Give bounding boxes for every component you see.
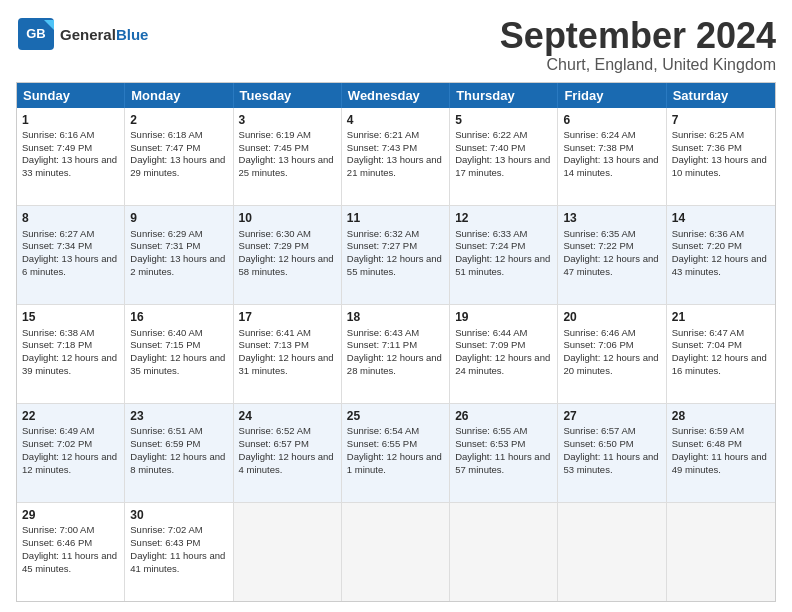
daylight-text: Daylight: 13 hours and 21 minutes. xyxy=(347,154,442,178)
calendar-body: 1Sunrise: 6:16 AMSunset: 7:49 PMDaylight… xyxy=(17,108,775,601)
sunset-text: Sunset: 7:06 PM xyxy=(563,339,633,350)
daylight-text: Daylight: 12 hours and 4 minutes. xyxy=(239,451,334,475)
day-number: 20 xyxy=(563,309,660,325)
daylight-text: Daylight: 12 hours and 55 minutes. xyxy=(347,253,442,277)
sunrise-text: Sunrise: 6:54 AM xyxy=(347,425,419,436)
sunrise-text: Sunrise: 6:59 AM xyxy=(672,425,744,436)
calendar: SundayMondayTuesdayWednesdayThursdayFrid… xyxy=(16,82,776,602)
sunset-text: Sunset: 7:24 PM xyxy=(455,240,525,251)
sunrise-text: Sunrise: 6:19 AM xyxy=(239,129,311,140)
sunset-text: Sunset: 7:36 PM xyxy=(672,142,742,153)
sunset-text: Sunset: 7:09 PM xyxy=(455,339,525,350)
day-number: 29 xyxy=(22,507,119,523)
sunrise-text: Sunrise: 6:40 AM xyxy=(130,327,202,338)
calendar-cell xyxy=(667,503,775,601)
day-number: 4 xyxy=(347,112,444,128)
calendar-row: 8Sunrise: 6:27 AMSunset: 7:34 PMDaylight… xyxy=(17,206,775,305)
day-number: 6 xyxy=(563,112,660,128)
sunset-text: Sunset: 6:59 PM xyxy=(130,438,200,449)
day-number: 2 xyxy=(130,112,227,128)
calendar-day-header: Monday xyxy=(125,83,233,108)
sunrise-text: Sunrise: 6:33 AM xyxy=(455,228,527,239)
daylight-text: Daylight: 12 hours and 31 minutes. xyxy=(239,352,334,376)
sunset-text: Sunset: 7:49 PM xyxy=(22,142,92,153)
sunset-text: Sunset: 7:43 PM xyxy=(347,142,417,153)
sunrise-text: Sunrise: 6:36 AM xyxy=(672,228,744,239)
calendar-day-header: Saturday xyxy=(667,83,775,108)
sunset-text: Sunset: 7:34 PM xyxy=(22,240,92,251)
page: GB GeneralBlue September 2024 Churt, Eng… xyxy=(0,0,792,612)
day-number: 19 xyxy=(455,309,552,325)
sunset-text: Sunset: 7:13 PM xyxy=(239,339,309,350)
sunrise-text: Sunrise: 6:16 AM xyxy=(22,129,94,140)
sunrise-text: Sunrise: 6:46 AM xyxy=(563,327,635,338)
sunrise-text: Sunrise: 6:52 AM xyxy=(239,425,311,436)
sunset-text: Sunset: 7:22 PM xyxy=(563,240,633,251)
day-number: 9 xyxy=(130,210,227,226)
sunrise-text: Sunrise: 6:29 AM xyxy=(130,228,202,239)
calendar-day-header: Wednesday xyxy=(342,83,450,108)
sunset-text: Sunset: 7:11 PM xyxy=(347,339,417,350)
calendar-cell: 30Sunrise: 7:02 AMSunset: 6:43 PMDayligh… xyxy=(125,503,233,601)
header: GB GeneralBlue September 2024 Churt, Eng… xyxy=(16,16,776,74)
day-number: 7 xyxy=(672,112,770,128)
daylight-text: Daylight: 11 hours and 57 minutes. xyxy=(455,451,550,475)
sunset-text: Sunset: 6:48 PM xyxy=(672,438,742,449)
day-number: 24 xyxy=(239,408,336,424)
logo-icon: GB xyxy=(16,16,56,52)
sunrise-text: Sunrise: 6:38 AM xyxy=(22,327,94,338)
day-number: 11 xyxy=(347,210,444,226)
daylight-text: Daylight: 12 hours and 58 minutes. xyxy=(239,253,334,277)
sunset-text: Sunset: 7:15 PM xyxy=(130,339,200,350)
sunrise-text: Sunrise: 6:21 AM xyxy=(347,129,419,140)
sunset-text: Sunset: 7:31 PM xyxy=(130,240,200,251)
title-section: September 2024 Churt, England, United Ki… xyxy=(500,16,776,74)
calendar-cell: 5Sunrise: 6:22 AMSunset: 7:40 PMDaylight… xyxy=(450,108,558,206)
calendar-cell xyxy=(558,503,666,601)
sunrise-text: Sunrise: 6:47 AM xyxy=(672,327,744,338)
daylight-text: Daylight: 12 hours and 51 minutes. xyxy=(455,253,550,277)
sunset-text: Sunset: 7:20 PM xyxy=(672,240,742,251)
calendar-day-header: Friday xyxy=(558,83,666,108)
calendar-cell: 12Sunrise: 6:33 AMSunset: 7:24 PMDayligh… xyxy=(450,206,558,304)
sunset-text: Sunset: 7:38 PM xyxy=(563,142,633,153)
calendar-cell: 15Sunrise: 6:38 AMSunset: 7:18 PMDayligh… xyxy=(17,305,125,403)
calendar-day-header: Sunday xyxy=(17,83,125,108)
sunset-text: Sunset: 6:53 PM xyxy=(455,438,525,449)
daylight-text: Daylight: 12 hours and 20 minutes. xyxy=(563,352,658,376)
calendar-cell: 7Sunrise: 6:25 AMSunset: 7:36 PMDaylight… xyxy=(667,108,775,206)
daylight-text: Daylight: 12 hours and 35 minutes. xyxy=(130,352,225,376)
day-number: 8 xyxy=(22,210,119,226)
sunrise-text: Sunrise: 6:41 AM xyxy=(239,327,311,338)
calendar-cell: 4Sunrise: 6:21 AMSunset: 7:43 PMDaylight… xyxy=(342,108,450,206)
calendar-cell: 22Sunrise: 6:49 AMSunset: 7:02 PMDayligh… xyxy=(17,404,125,502)
logo: GB GeneralBlue xyxy=(16,16,148,52)
calendar-cell: 9Sunrise: 6:29 AMSunset: 7:31 PMDaylight… xyxy=(125,206,233,304)
sunrise-text: Sunrise: 6:24 AM xyxy=(563,129,635,140)
sunset-text: Sunset: 7:27 PM xyxy=(347,240,417,251)
sunrise-text: Sunrise: 6:35 AM xyxy=(563,228,635,239)
calendar-day-header: Tuesday xyxy=(234,83,342,108)
daylight-text: Daylight: 12 hours and 39 minutes. xyxy=(22,352,117,376)
day-number: 10 xyxy=(239,210,336,226)
day-number: 5 xyxy=(455,112,552,128)
sunrise-text: Sunrise: 6:57 AM xyxy=(563,425,635,436)
daylight-text: Daylight: 11 hours and 45 minutes. xyxy=(22,550,117,574)
location: Churt, England, United Kingdom xyxy=(500,56,776,74)
sunset-text: Sunset: 7:04 PM xyxy=(672,339,742,350)
sunrise-text: Sunrise: 7:00 AM xyxy=(22,524,94,535)
daylight-text: Daylight: 11 hours and 49 minutes. xyxy=(672,451,767,475)
daylight-text: Daylight: 13 hours and 25 minutes. xyxy=(239,154,334,178)
day-number: 22 xyxy=(22,408,119,424)
calendar-header: SundayMondayTuesdayWednesdayThursdayFrid… xyxy=(17,83,775,108)
calendar-cell: 13Sunrise: 6:35 AMSunset: 7:22 PMDayligh… xyxy=(558,206,666,304)
sunset-text: Sunset: 6:50 PM xyxy=(563,438,633,449)
day-number: 13 xyxy=(563,210,660,226)
day-number: 25 xyxy=(347,408,444,424)
daylight-text: Daylight: 12 hours and 1 minute. xyxy=(347,451,442,475)
day-number: 23 xyxy=(130,408,227,424)
calendar-cell: 14Sunrise: 6:36 AMSunset: 7:20 PMDayligh… xyxy=(667,206,775,304)
calendar-cell: 17Sunrise: 6:41 AMSunset: 7:13 PMDayligh… xyxy=(234,305,342,403)
calendar-cell: 18Sunrise: 6:43 AMSunset: 7:11 PMDayligh… xyxy=(342,305,450,403)
daylight-text: Daylight: 13 hours and 10 minutes. xyxy=(672,154,767,178)
